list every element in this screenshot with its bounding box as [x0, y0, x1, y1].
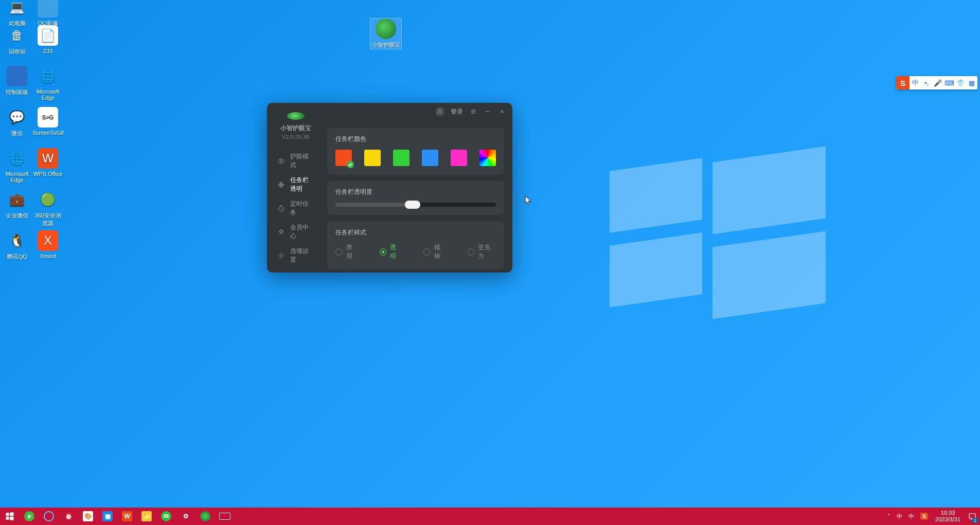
desktop-icon[interactable]: 💬微信	[2, 107, 32, 137]
login-button[interactable]: 登录	[451, 107, 463, 116]
desktop-icon-label: 腾讯QQ	[2, 253, 32, 261]
desktop-icon-label: WPS Office	[32, 171, 63, 177]
tray-sogou-icon[interactable]: S	[917, 508, 931, 525]
desktop-icon[interactable]: 🌐Microsoft Edge	[2, 148, 32, 183]
desktop-icon[interactable]: 🌐Microsoft Edge	[32, 66, 63, 101]
radio-label: 模糊	[434, 243, 446, 261]
desktop-icon[interactable]: 🗑回收站	[2, 25, 32, 56]
check-icon	[347, 161, 354, 168]
style-radio[interactable]: 模糊	[423, 243, 446, 261]
settings-icon	[277, 251, 285, 260]
radio-label: 透明	[390, 243, 402, 261]
desktop-icon[interactable]: 🟢360安全浏览器	[32, 189, 63, 227]
minimize-button[interactable]	[484, 107, 492, 116]
taskbar-item-wps[interactable]: W	[117, 508, 137, 525]
desktop-icon-image: 💬	[7, 107, 27, 128]
desktop-icon-image: X	[38, 230, 58, 251]
desktop-icon[interactable]: QQ影像	[32, 0, 63, 27]
taskbar-item-cortana[interactable]	[39, 508, 59, 525]
ime-skin-icon[interactable]: 👕	[955, 76, 966, 89]
clock-date: 2023/3/31	[935, 516, 960, 523]
desktop-icon-label: 360安全浏览器	[32, 212, 63, 227]
desktop-icon-image	[376, 19, 396, 39]
taskbar-opacity-panel: 任务栏透明度	[327, 180, 504, 215]
ime-lang-button[interactable]: 中	[910, 76, 921, 89]
desktop-icon-label: Microsoft Edge	[32, 88, 63, 101]
taskbar-clock[interactable]: 10:33 2023/3/31	[931, 510, 965, 523]
desktop-icon[interactable]: 🐧腾讯QQ	[2, 230, 32, 261]
taskbar-item-keyboard[interactable]	[215, 508, 235, 525]
taskbar-item-wechat[interactable]: ✉	[156, 508, 176, 525]
tray-lang2[interactable]: 中	[905, 508, 917, 525]
desktop-icon-label: ScreenToGif	[32, 130, 63, 136]
desktop: 💻此电脑QQ影像🗑回收站📄233控制面板🌐Microsoft Edge💬微信S>…	[0, 0, 980, 525]
tray-chevron-icon[interactable]: ˄	[884, 508, 894, 525]
taskbar-item-360[interactable]: e	[20, 508, 39, 525]
taskbar-color-panel: 任务栏颜色	[327, 128, 504, 174]
tray-lang1[interactable]: 中	[894, 508, 905, 525]
color-swatch[interactable]	[422, 150, 438, 166]
nav-item-timer[interactable]: 定时任务	[272, 196, 319, 220]
taskbar-item-eyecare[interactable]	[195, 508, 215, 525]
app-title: 小智护眼宝	[280, 124, 311, 133]
nav-item-taskbar[interactable]: 任务栏透明	[272, 173, 319, 196]
desktop-icon-label: Microsoft Edge	[2, 171, 32, 183]
color-swatch[interactable]	[451, 150, 467, 166]
slider-thumb[interactable]	[405, 201, 420, 209]
desktop-icon-image: 🟢	[38, 189, 58, 210]
titlebar: 登录	[435, 107, 506, 116]
nav-item-vip[interactable]: 会员中心	[272, 220, 319, 244]
desktop-icon-image: 🌐	[7, 148, 27, 169]
menu-button[interactable]	[469, 107, 477, 116]
desktop-icon[interactable]: WWPS Office	[32, 148, 63, 177]
desktop-icon[interactable]: 📄233	[32, 25, 63, 54]
desktop-icon-label: 微信	[2, 130, 32, 137]
mouse-cursor	[525, 195, 532, 206]
app-window: 小智护眼宝 V2.0.26.38 护眼模式任务栏透明定时任务会员中心选项设置 登…	[267, 103, 512, 273]
app-version: V2.0.26.38	[282, 134, 309, 140]
color-swatches	[335, 150, 496, 166]
color-swatch[interactable]	[335, 150, 352, 166]
taskbar-item-settings[interactable]: ⚙	[176, 508, 195, 525]
svg-rect-8	[10, 517, 14, 520]
radio-label: 亚克力	[478, 243, 496, 261]
ime-voice-icon[interactable]: 🎤	[932, 76, 943, 89]
desktop-icon-image: 🗑	[7, 25, 27, 46]
nav-item-eye[interactable]: 护眼模式	[272, 149, 319, 173]
taskbar-item-clock[interactable]: ⏰	[59, 508, 78, 525]
desktop-icon[interactable]: 控制面板	[2, 66, 32, 96]
style-radio[interactable]: 亚克力	[468, 243, 496, 261]
taskbar-item-start[interactable]	[0, 508, 20, 525]
notification-button[interactable]: 1	[965, 508, 980, 525]
taskbar-icon	[277, 180, 285, 189]
ime-punct-button[interactable]: •,	[921, 76, 932, 89]
desktop-icon[interactable]: 💼企业微信	[2, 189, 32, 220]
desktop-icon[interactable]: S>GScreenToGif	[32, 107, 63, 136]
svg-point-1	[280, 184, 282, 186]
desktop-icon[interactable]: 💻此电脑	[2, 0, 32, 27]
radio-label: 禁用	[346, 243, 358, 261]
taskbar-item-files[interactable]: 📁	[137, 508, 156, 525]
opacity-slider[interactable]	[335, 203, 496, 207]
close-button[interactable]	[498, 107, 506, 116]
svg-point-0	[280, 160, 282, 162]
desktop-icon[interactable]: XXmind	[32, 230, 63, 259]
ime-tools-icon[interactable]: ▦	[966, 76, 977, 89]
vip-icon	[277, 228, 285, 236]
taskbar-item-edge[interactable]: ▣	[98, 508, 117, 525]
nav-label: 任务栏透明	[290, 176, 314, 193]
svg-rect-5	[6, 513, 9, 516]
desktop-icon[interactable]: 小智护眼宝	[370, 19, 401, 49]
color-swatch[interactable]	[364, 150, 381, 166]
taskbar-item-paint[interactable]: 🎨	[78, 508, 98, 525]
style-radio[interactable]: 透明	[380, 243, 402, 261]
svg-point-4	[439, 110, 441, 112]
nav-item-settings[interactable]: 选项设置	[272, 244, 319, 267]
color-swatch[interactable]	[479, 150, 496, 166]
ime-keyboard-icon[interactable]: ⌨	[943, 76, 955, 89]
notification-badge: 1	[972, 518, 978, 523]
style-radio[interactable]: 禁用	[335, 243, 358, 261]
style-radios: 禁用透明模糊亚克力	[335, 243, 496, 261]
color-swatch[interactable]	[393, 150, 409, 166]
ime-toolbar[interactable]: S 中 •, 🎤 ⌨ 👕 ▦	[896, 76, 977, 89]
